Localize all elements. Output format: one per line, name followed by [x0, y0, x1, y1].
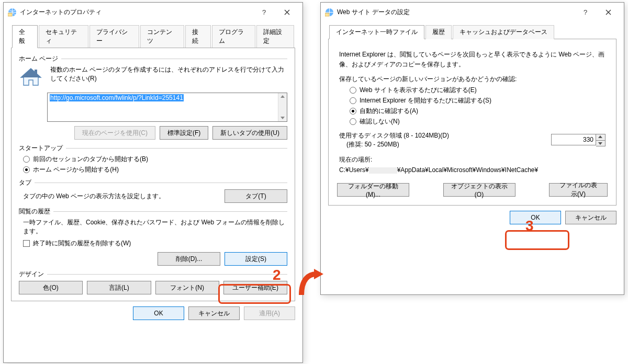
- check-every-start-radio[interactable]: Internet Explorer を開始するたびに確認する(S): [350, 96, 608, 105]
- svg-rect-5: [35, 70, 37, 74]
- languages-button[interactable]: 言語(L): [87, 281, 151, 294]
- dialog-button-bar: OK キャンセル 適用(A): [4, 301, 302, 326]
- ok-button[interactable]: OK: [133, 306, 184, 320]
- homepage-url-textarea[interactable]: http://go.microsoft.com/fwlink/p/?LinkId…: [47, 93, 287, 122]
- startup-group: スタートアップ 前回のセッションのタブから開始する(B) ホーム ページから開始…: [19, 144, 287, 174]
- move-folder-button[interactable]: フォルダーの移動(M)...: [337, 183, 409, 197]
- view-files-button[interactable]: ファイルの表示(V): [549, 183, 608, 197]
- tabstrip: インターネット一時ファイル 履歴 キャッシュおよびデータベース: [328, 25, 616, 39]
- disk-space-input[interactable]: [551, 134, 596, 145]
- annotation-step-2: 2: [273, 268, 281, 282]
- tab-security[interactable]: セキュリティ: [39, 25, 88, 48]
- help-button[interactable]: ?: [252, 6, 275, 18]
- close-button[interactable]: [597, 6, 620, 18]
- title-text: インターネットのプロパティ: [20, 8, 252, 17]
- tab-advanced[interactable]: 詳細設定: [256, 25, 294, 48]
- tabs-group: タブ タブの中の Web ページの表示方法を設定します。 タブ(T): [19, 178, 287, 203]
- internet-options-icon: [8, 8, 17, 17]
- tabs-desc: タブの中の Web ページの表示方法を設定します。: [23, 192, 165, 201]
- close-button[interactable]: [275, 6, 298, 18]
- check-auto-radio[interactable]: 自動的に確認する(A): [350, 107, 608, 116]
- temp-files-panel: Internet Explorer は、閲覧しているページを次回もっと早く表示で…: [328, 39, 616, 206]
- scrollbar[interactable]: [278, 93, 287, 121]
- homepage-hint: 複数のホーム ページのタブを作成するには、それぞれのアドレスを行で分けて入力して…: [50, 65, 287, 89]
- spin-up[interactable]: [596, 134, 605, 140]
- startup-last-session-radio[interactable]: 前回のセッションのタブから開始する(B): [23, 155, 287, 164]
- dialog-button-bar: OK キャンセル: [321, 206, 624, 231]
- homepage-url-value: http://go.microsoft.com/fwlink/p/?LinkId…: [50, 94, 184, 101]
- startup-title: スタートアップ: [19, 144, 63, 153]
- svg-text:?: ?: [262, 8, 266, 16]
- tabstrip: 全般 セキュリティ プライバシー コンテンツ 接続 プログラム 詳細設定: [11, 25, 295, 48]
- spin-down[interactable]: [596, 140, 605, 146]
- check-never-radio[interactable]: 確認しない(N): [350, 117, 608, 126]
- cancel-button[interactable]: キャンセル: [188, 306, 240, 320]
- homepage-group: ホーム ページ 複数のホーム ページのタブを作成するには、それぞれのアドレスを行…: [19, 54, 287, 140]
- location-title: 現在の場所:: [339, 155, 608, 164]
- disk-space-label: 使用するディスク領域 (8 - 1024MB)(D): [339, 131, 449, 140]
- cancel-button[interactable]: キャンセル: [565, 211, 616, 224]
- annotation-step-3: 3: [525, 219, 534, 233]
- disk-space-spinner[interactable]: [551, 134, 605, 146]
- apply-button: 適用(A): [244, 306, 295, 320]
- history-desc: 一時ファイル、履歴、Cookie、保存されたパスワード、および Web フォーム…: [23, 218, 287, 236]
- titlebar[interactable]: Web サイト データの設定 ?: [321, 3, 624, 20]
- tab-programs[interactable]: プログラム: [212, 25, 256, 48]
- internet-properties-dialog: インターネットのプロパティ ? 全般 セキュリティ プライバシー コンテンツ 接…: [3, 2, 303, 363]
- startup-homepage-radio[interactable]: ホーム ページから開始する(H): [23, 165, 287, 174]
- use-current-page-button: 現在のページを使用(C): [74, 126, 155, 140]
- tab-privacy[interactable]: プライバシー: [89, 25, 139, 48]
- delete-on-exit-checkbox[interactable]: 終了時に閲覧の履歴を削除する(W): [23, 239, 287, 248]
- fonts-button[interactable]: フォント(N): [155, 281, 219, 294]
- tab-cache-db[interactable]: キャッシュおよびデータベース: [453, 25, 554, 39]
- help-button[interactable]: ?: [574, 6, 597, 18]
- svg-rect-7: [325, 13, 329, 16]
- tabs-group-title: タブ: [19, 178, 31, 187]
- redacted-username: [369, 167, 397, 174]
- titlebar[interactable]: インターネットのプロパティ ?: [4, 3, 302, 20]
- tab-general[interactable]: 全般: [12, 25, 38, 48]
- tab-connections[interactable]: 接続: [185, 25, 211, 48]
- history-group: 閲覧の履歴 一時ファイル、履歴、Cookie、保存されたパスワード、および We…: [19, 207, 287, 266]
- tab-history[interactable]: 履歴: [425, 25, 452, 39]
- colors-button[interactable]: 色(O): [19, 281, 83, 294]
- home-icon: [19, 65, 43, 89]
- design-title: デザイン: [19, 270, 44, 279]
- tab-temp-files[interactable]: インターネット一時ファイル: [329, 25, 424, 39]
- general-panel: ホーム ページ 複数のホーム ページのタブを作成するには、それぞれのアドレスを行…: [11, 48, 295, 301]
- temp-files-desc: Internet Explorer は、閲覧しているページを次回もっと早く表示で…: [339, 50, 605, 70]
- use-default-button[interactable]: 標準設定(F): [160, 126, 208, 140]
- svg-marker-4: [21, 69, 41, 77]
- title-text: Web サイト データの設定: [337, 8, 574, 17]
- svg-marker-9: [314, 269, 323, 279]
- use-new-tab-button[interactable]: 新しいタブの使用(U): [212, 126, 287, 140]
- internet-options-icon: [325, 8, 334, 17]
- history-settings-button[interactable]: 設定(S): [225, 252, 287, 266]
- homepage-title: ホーム ページ: [19, 54, 58, 63]
- history-delete-button[interactable]: 削除(D)...: [158, 252, 220, 266]
- svg-text:?: ?: [584, 8, 587, 16]
- location-path: C:¥Users¥¥AppData¥Local¥Microsoft¥Window…: [339, 166, 605, 174]
- view-objects-button[interactable]: オブジェクトの表示(O): [443, 183, 515, 197]
- design-group: デザイン 色(O) 言語(L) フォント(N) ユーザー補助(E): [19, 270, 287, 294]
- check-every-visit-radio[interactable]: Web サイトを表示するたびに確認する(E): [350, 86, 608, 95]
- annotation-arrow: [298, 269, 323, 300]
- tabs-button[interactable]: タブ(T): [225, 189, 287, 203]
- website-data-settings-dialog: Web サイト データの設定 ? インターネット一時ファイル 履歴 キャッシュお…: [320, 2, 624, 295]
- disk-space-recommend: (推奨: 50 - 250MB): [346, 140, 449, 149]
- tab-content[interactable]: コンテンツ: [140, 25, 184, 48]
- history-title: 閲覧の履歴: [19, 207, 50, 216]
- check-newer-title: 保存しているページの新しいバージョンがあるかどうかの確認:: [339, 75, 608, 84]
- svg-rect-1: [8, 13, 12, 16]
- ok-button[interactable]: OK: [510, 211, 561, 224]
